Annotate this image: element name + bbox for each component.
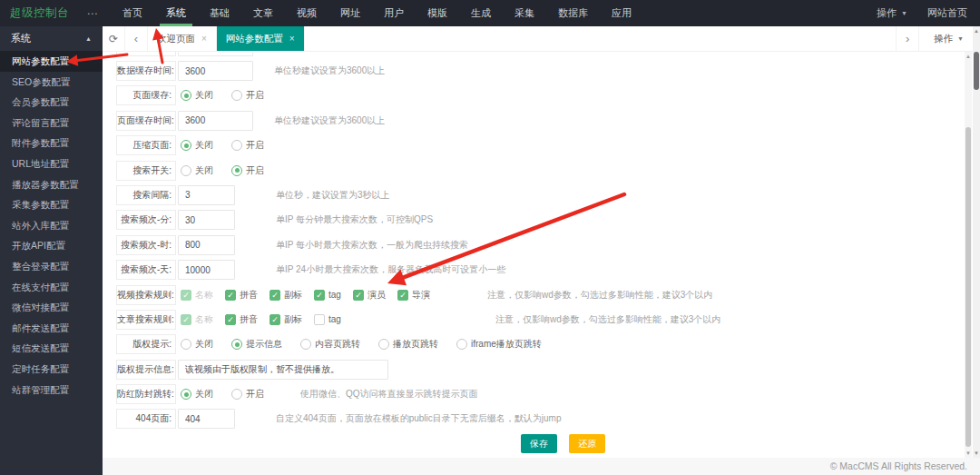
checkbox-option[interactable]: ✓导演: [397, 289, 430, 302]
sidebar-item-6[interactable]: 播放器参数配置: [0, 174, 103, 195]
checkbox-option[interactable]: tag: [314, 314, 341, 325]
radio-option[interactable]: 开启: [231, 139, 264, 152]
checkbox-option[interactable]: ✓拼音: [225, 313, 258, 326]
sidebar-item-12[interactable]: 微信对接配置: [0, 297, 103, 318]
checkbox-checked-icon[interactable]: ✓: [225, 314, 236, 325]
checkbox-checked-icon[interactable]: ✓: [270, 290, 280, 301]
sidebar-item-1[interactable]: SEO参数配置: [0, 72, 103, 93]
checkbox-checked-icon[interactable]: ✓: [353, 290, 364, 301]
radio-icon[interactable]: [231, 140, 242, 151]
radio-icon[interactable]: [231, 90, 242, 101]
checkbox-option[interactable]: ✓演员: [353, 289, 386, 302]
checkbox-option[interactable]: ✓tag: [314, 290, 341, 301]
topmenu-item-10[interactable]: 数据库: [546, 0, 600, 26]
radio-option[interactable]: 关闭: [181, 139, 213, 152]
radio-option[interactable]: 关闭: [181, 164, 213, 177]
radio-icon[interactable]: [181, 339, 191, 350]
topmenu-item-0[interactable]: 首页: [111, 0, 154, 26]
sidebar-group-header[interactable]: 系统 ▲: [0, 26, 103, 51]
content-scrollbar-thumb[interactable]: [965, 127, 971, 447]
tab-0[interactable]: 欢迎页面×: [148, 26, 217, 51]
checkbox-option[interactable]: ✓副标: [270, 313, 302, 326]
sidebar-item-4[interactable]: 附件参数配置: [0, 133, 103, 153]
sidebar-item-16[interactable]: 站群管理配置: [0, 380, 103, 401]
tab-1[interactable]: 网站参数配置×: [217, 26, 305, 51]
radio-selected-icon[interactable]: [181, 389, 191, 400]
radio-option[interactable]: 内容页跳转: [300, 338, 360, 351]
field-input[interactable]: [178, 235, 235, 255]
radio-option[interactable]: 开启: [231, 89, 264, 102]
topmenu-item-4[interactable]: 视频: [285, 0, 328, 26]
sidebar-item-8[interactable]: 站外入库配置: [0, 215, 103, 236]
radio-selected-icon[interactable]: [231, 165, 242, 176]
topmenu-item-11[interactable]: 应用: [600, 0, 643, 26]
radio-icon[interactable]: [378, 339, 389, 350]
site-home-link[interactable]: 网站首页: [927, 6, 967, 20]
refresh-button[interactable]: ⟳: [103, 26, 125, 51]
topmenu-item-9[interactable]: 采集: [503, 0, 546, 26]
sidebar-item-2[interactable]: 会员参数配置: [0, 92, 103, 113]
radio-option[interactable]: iframe播放页跳转: [456, 338, 542, 351]
brand-logo[interactable]: 超级控制台: [0, 5, 80, 21]
field-input[interactable]: [178, 61, 253, 81]
field-input[interactable]: [178, 185, 235, 205]
field-input[interactable]: [178, 360, 388, 380]
radio-selected-icon[interactable]: [231, 339, 242, 350]
field-input[interactable]: [178, 260, 235, 280]
sidebar-item-10[interactable]: 整合登录配置: [0, 256, 103, 277]
scroll-down-icon[interactable]: ▼: [973, 450, 980, 456]
sidebar-item-14[interactable]: 短信发送配置: [0, 338, 103, 359]
checkbox-checked-icon[interactable]: ✓: [314, 290, 325, 301]
more-icon[interactable]: ⋯: [80, 7, 105, 20]
sidebar-item-0[interactable]: 网站参数配置: [0, 51, 103, 72]
sidebar-item-13[interactable]: 邮件发送配置: [0, 318, 103, 339]
radio-option[interactable]: 关闭: [181, 388, 213, 401]
topbar-ops-dropdown[interactable]: 操作▼: [877, 6, 907, 20]
scroll-up-icon[interactable]: ▲: [973, 28, 980, 34]
window-scrollbar-thumb[interactable]: [974, 52, 979, 90]
topmenu-item-5[interactable]: 网址: [328, 0, 372, 26]
radio-option[interactable]: 提示信息: [231, 338, 282, 351]
checkbox-icon[interactable]: [314, 314, 325, 325]
window-scrollbar[interactable]: ▲ ▼: [973, 26, 980, 458]
sidebar-item-7[interactable]: 采集参数配置: [0, 194, 103, 215]
checkbox-option[interactable]: ✓副标: [270, 289, 302, 302]
close-icon[interactable]: ×: [289, 34, 295, 44]
tab-ops-dropdown[interactable]: 操作▼: [918, 26, 980, 51]
checkbox-checked-icon[interactable]: ✓: [181, 290, 191, 301]
topmenu-item-1[interactable]: 系统: [154, 0, 198, 26]
field-input[interactable]: [178, 210, 235, 230]
reset-button[interactable]: 还原: [569, 434, 605, 453]
checkbox-checked-icon[interactable]: ✓: [181, 314, 191, 325]
radio-option[interactable]: 开启: [231, 388, 264, 401]
sidebar-item-9[interactable]: 开放API配置: [0, 235, 103, 256]
tabs-next-button[interactable]: ›: [896, 26, 918, 51]
topmenu-item-2[interactable]: 基础: [198, 0, 241, 26]
topmenu-item-8[interactable]: 生成: [459, 0, 503, 26]
scroll-down-icon[interactable]: ▼: [965, 450, 972, 456]
radio-option[interactable]: 关闭: [181, 338, 213, 351]
radio-selected-icon[interactable]: [181, 90, 191, 101]
tabs-prev-button[interactable]: ‹: [125, 26, 148, 51]
close-icon[interactable]: ×: [201, 34, 207, 44]
field-input[interactable]: [178, 111, 253, 131]
checkbox-option[interactable]: ✓拼音: [225, 289, 258, 302]
topmenu-item-7[interactable]: 模版: [416, 0, 459, 26]
topmenu-item-6[interactable]: 用户: [372, 0, 416, 26]
checkbox-checked-icon[interactable]: ✓: [397, 290, 408, 301]
radio-option[interactable]: 关闭: [181, 89, 213, 102]
topmenu-item-3[interactable]: 文章: [241, 0, 285, 26]
radio-icon[interactable]: [456, 339, 467, 350]
save-button[interactable]: 保存: [521, 434, 557, 453]
radio-icon[interactable]: [300, 339, 311, 350]
radio-option[interactable]: 播放页跳转: [378, 338, 438, 351]
checkbox-option[interactable]: ✓名称: [181, 289, 213, 302]
sidebar-item-5[interactable]: URL地址配置: [0, 153, 103, 174]
radio-option[interactable]: 开启: [231, 164, 264, 177]
radio-icon[interactable]: [181, 165, 191, 176]
sidebar-item-3[interactable]: 评论留言配置: [0, 113, 103, 134]
radio-selected-icon[interactable]: [181, 140, 191, 151]
sidebar-item-15[interactable]: 定时任务配置: [0, 359, 103, 380]
scroll-up-icon[interactable]: ▲: [965, 54, 972, 59]
field-input[interactable]: [178, 409, 235, 429]
